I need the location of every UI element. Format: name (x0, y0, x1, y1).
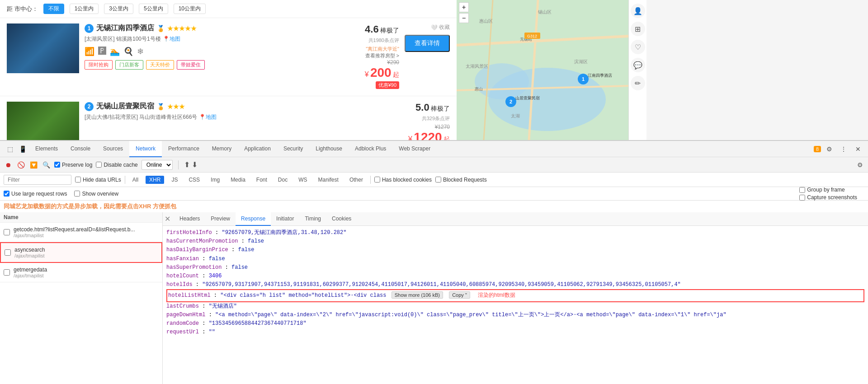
filter-type-font[interactable]: Font (253, 176, 271, 184)
hotel-map-link-1[interactable]: 📍地图 (163, 35, 180, 43)
copy-btn[interactable]: Copy " (449, 291, 470, 299)
tag-new[interactable]: 门店新客 (115, 60, 143, 70)
blocked-requests-check[interactable]: Blocked Requests (435, 177, 487, 183)
svg-text:滨湖区: 滨湖区 (574, 59, 588, 64)
network-toolbar: ⏺ 🚫 🔽 🔍 Preserve log Disable cache Onlin… (0, 157, 868, 173)
filter-type-css[interactable]: CSS (185, 176, 203, 184)
recommend-link-1[interactable]: 查看推荐房型 > (345, 52, 399, 59)
record-btn[interactable]: ⏺ (4, 161, 13, 169)
import-btn[interactable]: ⬆ (184, 160, 190, 169)
tab-security[interactable]: Security (277, 141, 309, 157)
request-item-2[interactable]: asyncsearch /ajax/tmapilist 渲染数据的包 (0, 242, 162, 263)
json-line-hasCurrentMonPromotion: hasCurrentMonPromotion : false (166, 237, 864, 246)
settings-btn[interactable]: ⚙ (823, 143, 835, 155)
resp-tab-headers[interactable]: Headers (174, 212, 205, 226)
tab-memory[interactable]: Memory (206, 141, 238, 157)
resp-tab-preview[interactable]: Preview (205, 212, 236, 226)
inspect-element-btn[interactable]: ⬚ (4, 143, 16, 155)
collect-btn-1[interactable]: 🤍 收藏 (431, 23, 450, 31)
tag-kids[interactable]: 带娃爱住 (177, 60, 205, 70)
detail-btn-1[interactable]: 查看详情 (405, 35, 450, 52)
hide-data-urls-checkbox[interactable] (75, 177, 81, 183)
dist-btn-unlimited[interactable]: 不限 (43, 4, 64, 14)
req-name-3: getmergedata (14, 267, 159, 273)
zoom-in-btn[interactable]: + (459, 2, 469, 12)
dist-btn-10km[interactable]: 10公里内 (174, 4, 206, 14)
req-checkbox-3[interactable] (4, 269, 10, 276)
large-rows-checkbox[interactable] (4, 191, 9, 197)
filter-type-ws[interactable]: WS (295, 176, 311, 184)
close-devtools-btn[interactable]: ✕ (852, 143, 864, 155)
resp-tab-response[interactable]: Response (236, 212, 271, 226)
parking-icon: 🅿 (98, 47, 106, 56)
capture-screenshots-check[interactable]: Capture screenshots (799, 194, 857, 201)
clear-btn[interactable]: 🚫 (16, 161, 25, 169)
close-response-btn[interactable]: ✕ (165, 215, 170, 223)
show-overview-checkbox[interactable] (74, 191, 80, 197)
hotel-reviews-1: 共1980条点评 (345, 37, 399, 44)
chat-icon[interactable]: 💬 (631, 58, 645, 72)
device-toolbar-btn[interactable]: 📱 (16, 143, 29, 155)
filter-type-other[interactable]: Other (346, 176, 367, 184)
tab-lighthouse[interactable]: Lighthouse (309, 141, 349, 157)
filter-icon[interactable]: 🔽 (29, 161, 38, 169)
capture-screenshots-checkbox[interactable] (799, 195, 805, 201)
blocked-requests-checkbox[interactable] (435, 177, 441, 183)
filter-type-doc[interactable]: Doc (274, 176, 291, 184)
more-options-btn[interactable]: ⋮ (837, 143, 850, 155)
settings-icon[interactable]: ⚙ (855, 161, 864, 169)
group-by-frame-checkbox[interactable] (799, 187, 805, 193)
request-item-1[interactable]: getcode.html?listRequest.areaID=&listReq… (0, 223, 162, 242)
disable-cache-checkbox[interactable] (96, 162, 102, 168)
edit-icon[interactable]: ✏ (631, 76, 645, 90)
show-overview-check[interactable]: Show overview (74, 191, 118, 197)
user-avatar-icon[interactable]: 👤 (631, 4, 645, 18)
tab-console[interactable]: Console (64, 141, 97, 157)
dist-btn-3km[interactable]: 3公里内 (104, 4, 133, 14)
filter-input[interactable] (4, 175, 71, 185)
grid-icon[interactable]: ⊞ (631, 22, 645, 36)
tab-sources[interactable]: Sources (97, 141, 129, 157)
resp-tab-cookies[interactable]: Cookies (326, 212, 357, 226)
zoom-out-btn[interactable]: − (459, 13, 469, 23)
large-rows-check[interactable]: Use large request rows (4, 191, 67, 197)
heart-sidebar-icon[interactable]: ♡ (631, 40, 645, 54)
hotel-image-1 (7, 23, 79, 73)
resp-tab-timing[interactable]: Timing (299, 212, 326, 226)
tab-network[interactable]: Network (129, 141, 162, 157)
tab-elements[interactable]: Elements (29, 141, 64, 157)
tab-performance[interactable]: Performance (162, 141, 206, 157)
req-checkbox-1[interactable] (4, 229, 10, 235)
hotel-map-link-2[interactable]: 📍地图 (199, 113, 217, 121)
svg-point-2 (475, 63, 529, 99)
throttle-select[interactable]: Online (142, 160, 173, 170)
filter-type-manifest[interactable]: Manifest (315, 176, 342, 184)
request-item-3[interactable]: getmergedata /ajax/tmapilist (0, 263, 162, 282)
has-blocked-cookies-checkbox[interactable] (374, 177, 380, 183)
export-btn[interactable]: ⬇ (192, 160, 198, 169)
disable-cache-check[interactable]: Disable cache (96, 162, 137, 168)
filter-type-js[interactable]: JS (168, 176, 181, 184)
preserve-log-check[interactable]: Preserve log (54, 162, 92, 168)
search-btn[interactable]: 🔍 (42, 161, 51, 169)
filter-type-img[interactable]: Img (207, 176, 223, 184)
tab-adblock[interactable]: Adblock Plus (349, 141, 392, 157)
filter-type-all[interactable]: All (129, 176, 142, 184)
preserve-log-checkbox[interactable] (54, 162, 60, 168)
req-checkbox-2[interactable] (5, 249, 11, 256)
resp-tab-initiator[interactable]: Initiator (271, 212, 299, 226)
tag-flash[interactable]: 限时抢购 (85, 60, 113, 70)
show-more-btn[interactable]: Show more (106 kB) (392, 291, 443, 299)
dist-btn-5km[interactable]: 5公里内 (139, 4, 168, 14)
group-by-frame-check[interactable]: Group by frame (799, 187, 857, 193)
hide-data-urls-check[interactable]: Hide data URLs (75, 177, 121, 183)
filter-type-media[interactable]: Media (227, 176, 249, 184)
filter-type-xhr[interactable]: XHR (146, 176, 164, 184)
tab-application[interactable]: Application (238, 141, 277, 157)
response-panel: ✕ Headers Preview Response Initiator Tim… (163, 212, 868, 384)
dist-btn-1km[interactable]: 1公里内 (70, 4, 99, 14)
svg-text:2: 2 (509, 99, 512, 104)
has-blocked-cookies-check[interactable]: Has blocked cookies (374, 177, 432, 183)
tab-webscraper[interactable]: Web Scraper (392, 141, 437, 157)
tag-daily[interactable]: 天天特价 (146, 60, 174, 70)
